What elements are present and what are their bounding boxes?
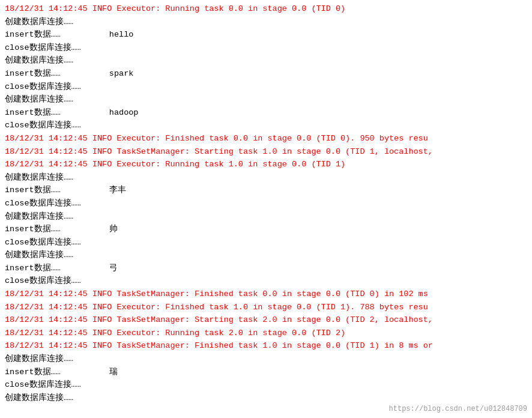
log-line: 18/12/31 14:12:45 INFO Executor: Running… [5, 158, 527, 171]
log-line: 创建数据库连接…… [5, 16, 527, 29]
log-line: close数据库连接…… [5, 80, 527, 94]
log-line: close数据库连接…… [5, 119, 527, 132]
log-line: insert数据…… 帅 [5, 223, 527, 236]
log-line: close数据库连接…… [5, 274, 527, 288]
log-line: 18/12/31 14:12:45 INFO Executor: Finishe… [5, 132, 527, 145]
log-line: insert数据…… 弓 [5, 262, 527, 275]
log-line: 创建数据库连接…… [5, 249, 527, 262]
log-line: close数据库连接…… [5, 378, 527, 392]
log-line: 创建数据库连接…… [5, 93, 527, 106]
log-line: 创建数据库连接…… [5, 353, 527, 366]
log-line: insert数据…… 李丰 [5, 184, 527, 197]
log-line: insert数据…… hadoop [5, 106, 527, 120]
log-line: 18/12/31 14:12:45 INFO TaskSetManager: F… [5, 288, 527, 301]
log-line: insert数据…… 瑞 [5, 366, 527, 379]
log-line: 创建数据库连接…… [5, 54, 527, 67]
log-output: 18/12/31 14:12:45 INFO Executor: Running… [5, 2, 527, 404]
log-line: insert数据…… hello [5, 28, 527, 41]
log-line: insert数据…… spark [5, 67, 527, 80]
log-line: 18/12/31 14:12:45 INFO Executor: Running… [5, 327, 527, 340]
log-line: 创建数据库连接…… [5, 171, 527, 184]
log-line: 18/12/31 14:12:45 INFO Executor: Finishe… [5, 301, 527, 314]
log-line: 18/12/31 14:12:45 INFO TaskSetManager: S… [5, 314, 527, 327]
log-line: close数据库连接…… [5, 197, 527, 210]
log-line: close数据库连接…… [5, 236, 527, 249]
log-line: 18/12/31 14:12:45 INFO Executor: Running… [5, 2, 527, 16]
log-line: 创建数据库连接…… [5, 392, 527, 405]
log-line: 创建数据库连接…… [5, 210, 527, 223]
log-line: close数据库连接…… [5, 41, 527, 55]
log-line: 18/12/31 14:12:45 INFO TaskSetManager: S… [5, 145, 527, 159]
watermark: https://blog.csdn.net/u012848709 [389, 405, 527, 413]
console-container: 18/12/31 14:12:45 INFO Executor: Running… [0, 0, 532, 418]
log-line: 18/12/31 14:12:45 INFO TaskSetManager: F… [5, 339, 527, 353]
